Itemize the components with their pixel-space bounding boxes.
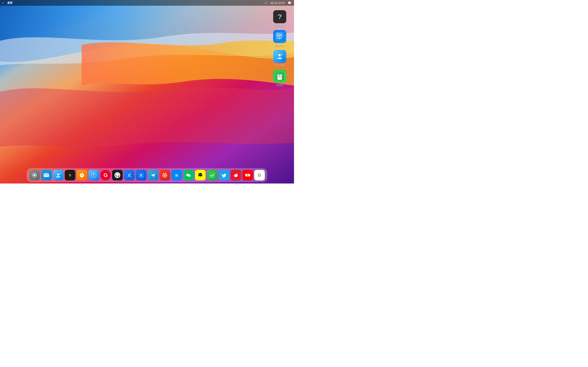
menubar:  桌面 🔊 08-10 22:54 💬 — [0, 0, 294, 6]
about-icon: ? — [273, 10, 286, 23]
dock-item-weibo[interactable] — [231, 170, 241, 180]
appstore-label: 应用中心 — [275, 44, 284, 47]
dock-item-sspanel[interactable] — [159, 170, 170, 180]
dock-item-feather[interactable] — [148, 170, 158, 180]
svg-point-40 — [188, 175, 188, 175]
svg-point-43 — [201, 174, 201, 175]
diary-icon — [273, 70, 286, 83]
dock-item-clock[interactable] — [77, 170, 87, 180]
desktop:  桌面 🔊 08-10 22:54 💬 ? 关于本站 — [0, 0, 294, 184]
svg-marker-16 — [69, 173, 71, 177]
svg-point-39 — [187, 175, 187, 175]
dock-item-mail[interactable] — [41, 170, 52, 180]
svg-point-42 — [199, 174, 200, 175]
appstore-icon — [273, 30, 286, 43]
svg-point-15 — [57, 174, 59, 175]
desktop-icon-diary[interactable]: 写日记 — [272, 70, 288, 87]
dock-item-copilot[interactable] — [207, 170, 217, 180]
dock-item-safari[interactable] — [88, 170, 99, 180]
svg-point-12 — [34, 174, 35, 176]
svg-point-21 — [82, 175, 82, 176]
svg-rect-11 — [279, 74, 281, 75]
svg-point-23 — [94, 175, 94, 175]
notification-center-icon[interactable]: 💬 — [287, 1, 292, 5]
desktop-icon-users[interactable]: 用户列表 — [272, 50, 288, 67]
dock-item-github[interactable] — [112, 170, 123, 180]
dock-item-snapchat[interactable] — [195, 170, 206, 180]
finder-menu[interactable]: 桌面 — [7, 1, 12, 5]
svg-text:知: 知 — [175, 174, 178, 177]
dock-item-google[interactable] — [254, 170, 265, 180]
svg-rect-7 — [277, 75, 282, 80]
svg-point-48 — [236, 173, 238, 175]
diary-label: 写日记 — [277, 84, 283, 87]
menubar-left:  桌面 — [2, 1, 12, 5]
svg-rect-44 — [209, 172, 215, 178]
desktop-icon-about[interactable]: ? 关于本站 — [272, 10, 288, 27]
datetime-display: 08-10 22:54 — [270, 1, 285, 4]
dock-item-alipay[interactable]: 支 — [136, 170, 146, 180]
desktop-icons-container: ? 关于本站 — [272, 10, 288, 87]
dock-item-surge[interactable] — [65, 170, 75, 180]
svg-point-38 — [188, 175, 191, 177]
dock-item-xcode[interactable] — [124, 170, 135, 180]
dock-item-youtube[interactable] — [242, 170, 253, 180]
svg-point-50 — [235, 175, 236, 175]
apple-menu[interactable]:  — [2, 1, 3, 5]
desktop-icon-appstore[interactable]: 应用中心 — [272, 30, 288, 47]
dock-item-wechat[interactable] — [183, 170, 194, 180]
dock-item-zhihu[interactable]: 知 — [171, 170, 182, 180]
menubar-right: 🔊 08-10 22:54 💬 — [264, 1, 292, 5]
svg-point-26 — [114, 172, 120, 178]
dock-container: G — [27, 168, 267, 182]
desktop-background — [0, 0, 294, 184]
volume-icon[interactable]: 🔊 — [264, 1, 268, 4]
users-label: 用户列表 — [275, 64, 284, 67]
svg-rect-27 — [126, 172, 132, 178]
dock: G — [27, 168, 267, 182]
dock-item-twitter[interactable] — [219, 170, 229, 180]
svg-rect-54 — [256, 172, 263, 178]
svg-point-5 — [280, 53, 283, 56]
dock-item-scard[interactable] — [53, 170, 63, 180]
users-icon — [273, 50, 286, 63]
dock-item-gorilla[interactable]: G — [100, 170, 111, 180]
svg-rect-14 — [44, 173, 49, 177]
svg-text:支: 支 — [139, 174, 143, 177]
dock-item-settings[interactable] — [29, 170, 40, 180]
about-label: 关于本站 — [275, 24, 284, 27]
